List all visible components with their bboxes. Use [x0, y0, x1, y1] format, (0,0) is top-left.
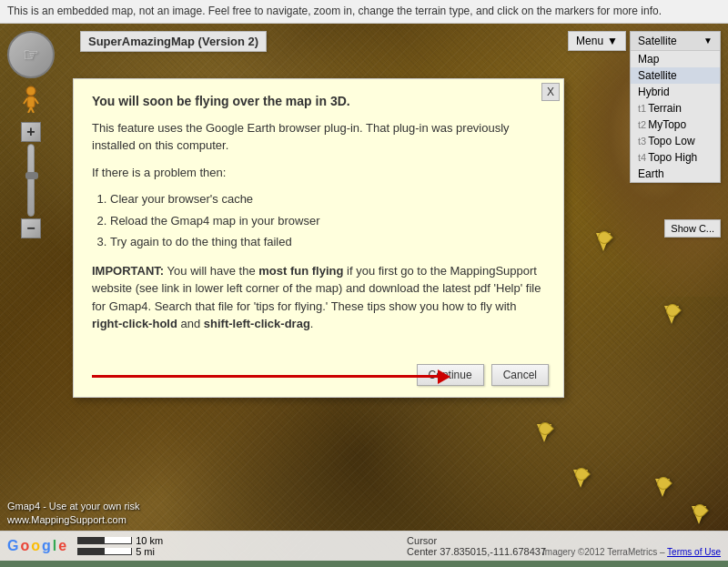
imagery-credit-text: Imagery ©2012 TerraMetrics – Terms of Us…	[542, 547, 721, 557]
dialog-content: You will soon be flying over the map in …	[74, 79, 563, 357]
dialog-step-2: Reload the Gmap4 map in your browser	[110, 212, 545, 230]
google-logo: Google	[7, 538, 66, 554]
cursor-label: Cursor	[407, 535, 437, 546]
cancel-button[interactable]: Cancel	[491, 364, 549, 386]
scale-bar: 10 km 5 mi	[77, 535, 163, 557]
important-label: IMPORTANT:	[92, 264, 164, 278]
dialog-step-1: Clear your browser's cache	[110, 190, 545, 208]
dialog-close-button[interactable]: X	[541, 83, 560, 101]
dialog-step-3: Try again to do the thing that failed	[110, 233, 545, 251]
mapping-support-url: www.MappingSupport.com	[7, 513, 140, 527]
terms-of-use-link[interactable]: Terms of Use	[667, 547, 721, 557]
dialog-steps-list: Clear your browser's cache Reload the Gm…	[110, 190, 545, 251]
bottom-bar: Google 10 km 5 mi Cursor Center 37.83501…	[0, 531, 728, 561]
dialog-para1: This feature uses the Google Earth brows…	[92, 119, 545, 155]
most-fun-flying: most fun flying	[258, 264, 343, 278]
arrow-line	[92, 375, 438, 378]
shift-left-click-drag: shift-left-click-drag	[204, 317, 310, 330]
fly-3d-dialog: X You will soon be flying over the map i…	[73, 78, 564, 398]
dialog-arrow	[92, 370, 450, 384]
dialog-arrow-area: Continue Cancel	[74, 357, 563, 397]
dialog-body: This feature uses the Google Earth brows…	[92, 119, 545, 333]
gmap4-credit: Gmap4 - Use at your own risk	[7, 500, 140, 513]
imagery-credit: Imagery ©2012 TerraMetrics – Terms of Us…	[542, 547, 721, 557]
dialog-important: IMPORTANT: You will have the most fun fl…	[92, 262, 545, 333]
scale-mi-line	[77, 548, 132, 555]
info-bar-text: This is an embedded map, not an image. F…	[7, 5, 662, 17]
info-bar: This is an embedded map, not an image. F…	[0, 0, 728, 24]
scale-km-label: 10 km	[136, 535, 163, 546]
cursor-center: Center 37.835015,-111.678437	[407, 546, 546, 557]
scale-km: 10 km	[77, 535, 163, 546]
arrow-head	[438, 370, 450, 384]
dialog-if-problem: If there is a problem then:	[92, 164, 545, 182]
map-container[interactable]: SuperAmazingMap (Version 2) ☞ +	[0, 24, 728, 561]
dialog-title: You will soon be flying over the map in …	[92, 94, 545, 108]
bottom-left-map-info: Gmap4 - Use at your own risk www.Mapping…	[7, 500, 140, 528]
scale-mi: 5 mi	[77, 546, 163, 557]
scale-km-line	[77, 537, 132, 544]
right-click-hold: right-click-hold	[92, 317, 177, 330]
dialog-overlay: X You will soon be flying over the map i…	[0, 24, 728, 561]
cursor-info: Cursor Center 37.835015,-111.678437	[407, 535, 546, 557]
scale-mi-label: 5 mi	[136, 546, 155, 557]
